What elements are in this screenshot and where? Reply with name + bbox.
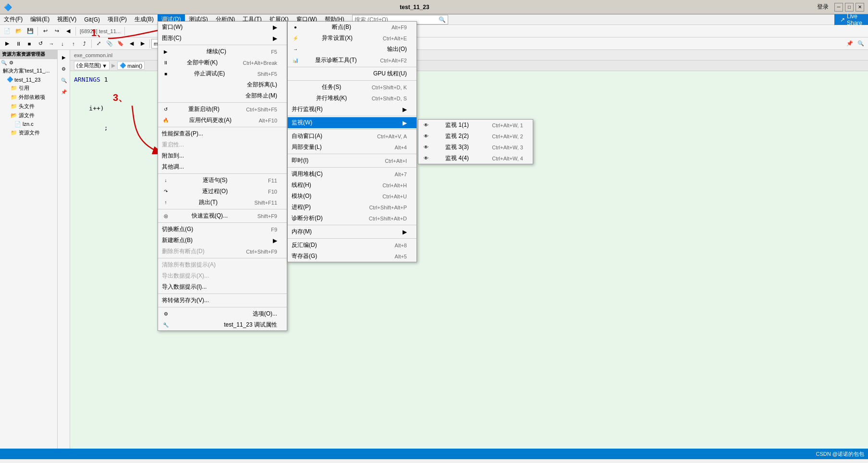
submenu-callstack[interactable]: 调用堆栈(C) Alt+7 bbox=[288, 169, 416, 180]
menu-continue[interactable]: ▶ 继续(C) F5 bbox=[158, 46, 287, 57]
window-submenu: ● 断点(B) Alt+F9 ⚡ 异常设置(X) Ctrl+Alt+E → 输出… bbox=[287, 21, 417, 262]
menu-break-all[interactable]: ⏸ 全部中断(K) Ctrl+Alt+Break bbox=[158, 57, 287, 68]
code-scope-dropdown[interactable]: (全局范围) ▼ bbox=[74, 61, 110, 70]
status-right-text: CSDN @诺诺的包包 bbox=[816, 451, 864, 458]
watch-4[interactable]: 👁 监视 4(4) Ctrl+Alt+W, 4 bbox=[418, 153, 533, 164]
debug-btn-10[interactable]: 📎 bbox=[104, 38, 115, 49]
watch-3[interactable]: 👁 监视 3(3) Ctrl+Alt+W, 3 bbox=[418, 142, 533, 153]
submenu-immediate[interactable]: 即时(I) Ctrl+Alt+I bbox=[288, 155, 416, 166]
menu-view[interactable]: 视图(V) bbox=[53, 14, 80, 24]
submenu-locals[interactable]: 局部变量(L) Alt+4 bbox=[288, 142, 416, 153]
menu-attach[interactable]: 附加到... bbox=[158, 150, 287, 161]
sidebar-item-lzn[interactable]: 📄 lzn.c bbox=[0, 120, 57, 128]
menu-other-debug[interactable]: 其他调... bbox=[158, 161, 287, 172]
menu-step-into[interactable]: ↓ 逐语句(S) F11 bbox=[158, 175, 287, 186]
menu-window-item[interactable]: 窗口(W) ▶ bbox=[158, 22, 287, 33]
submenu-parallel-stacks[interactable]: 并行堆栈(K) Ctrl+Shift+D, S bbox=[288, 93, 416, 104]
maximize-button[interactable]: □ bbox=[845, 3, 854, 12]
debug-btn-12[interactable]: ◀ bbox=[126, 38, 137, 49]
v-btn-2[interactable]: ⚙ bbox=[59, 63, 69, 74]
debug-btn-right-2[interactable]: 🔍 bbox=[856, 38, 866, 49]
toolbar-new[interactable]: 📄 bbox=[2, 26, 12, 37]
sidebar-item-external[interactable]: 📁 外部依赖项 bbox=[0, 93, 57, 102]
menu-step-out[interactable]: ↑ 跳出(T) Shift+F11 bbox=[158, 197, 287, 208]
submenu-autos[interactable]: 自动窗口(A) Ctrl+Alt+V, A bbox=[288, 131, 416, 142]
debug-btn-13[interactable]: ▶ bbox=[137, 38, 148, 49]
sep-9 bbox=[158, 307, 287, 307]
menu-stop-debug[interactable]: ■ 停止调试(E) Shift+F5 bbox=[158, 68, 287, 79]
submenu-diag-tools[interactable]: 📊 显示诊断工具(T) Ctrl+Alt+F2 bbox=[288, 55, 416, 66]
toolbar-save[interactable]: 💾 bbox=[25, 26, 36, 37]
submenu-registers[interactable]: 寄存器(G) Alt+5 bbox=[288, 251, 416, 262]
code-function-dropdown[interactable]: 🔷 main() bbox=[117, 61, 145, 70]
menu-terminate-all[interactable]: 全部终止(M) bbox=[158, 90, 287, 101]
menu-quick-watch[interactable]: ◎ 快速监视(Q)... Shift+F9 bbox=[158, 210, 287, 221]
submenu-exception-settings[interactable]: ⚡ 异常设置(X) Ctrl+Alt+E bbox=[288, 33, 416, 44]
menu-perf-profiler[interactable]: 性能探查器(P)... bbox=[158, 128, 287, 139]
watch-1[interactable]: 👁 监视 1(1) Ctrl+Alt+W, 1 bbox=[418, 120, 533, 131]
title-bar-left: 🔷 bbox=[4, 3, 12, 11]
toolbar-redo[interactable]: ↪ bbox=[51, 26, 62, 37]
menu-git[interactable]: Git(G) bbox=[80, 15, 104, 24]
submenu-output[interactable]: → 输出(O) bbox=[288, 44, 416, 55]
submenu-modules[interactable]: 模块(O) Ctrl+Alt+U bbox=[288, 191, 416, 202]
submenu-parallel-watch[interactable]: 并行监视(R) ▶ bbox=[288, 104, 416, 115]
watch2-icon: 👁 bbox=[422, 134, 430, 139]
toolbar-open[interactable]: 📂 bbox=[13, 26, 24, 37]
debug-btn-1[interactable]: ▶ bbox=[2, 38, 12, 49]
debug-restart[interactable]: ↺ bbox=[35, 38, 46, 49]
immediate-label: 即时(I) bbox=[292, 157, 308, 165]
menu-import-datatips[interactable]: 导入数据提示(I)... bbox=[158, 281, 287, 292]
submenu-processes[interactable]: 进程(P) Ctrl+Shift+Alt+P bbox=[288, 202, 416, 213]
submenu-tasks[interactable]: 任务(S) Ctrl+Shift+D, K bbox=[288, 82, 416, 93]
debug-btn-9[interactable]: ⤢ bbox=[93, 38, 104, 49]
sidebar-item-solution[interactable]: 解决方案'test_11_... bbox=[0, 66, 57, 75]
sidebar-icon-2[interactable]: ⚙ bbox=[9, 60, 13, 65]
submenu-watch[interactable]: 监视(W) ▶ bbox=[288, 117, 416, 128]
submenu-memory[interactable]: 内存(M) ▶ bbox=[288, 226, 416, 237]
submenu-gpu[interactable]: GPU 线程(U) bbox=[288, 68, 416, 79]
menu-project[interactable]: 项目(P) bbox=[104, 14, 131, 24]
menu-restart[interactable]: ↺ 重新启动(R) Ctrl+Shift+F5 bbox=[158, 104, 287, 115]
sidebar-item-project[interactable]: 🔷test_11_23 bbox=[0, 75, 57, 84]
debug-btn-2[interactable]: ⏸ bbox=[13, 38, 24, 49]
menu-new-bp[interactable]: 新建断点(B) ▶ bbox=[158, 235, 287, 246]
watch-2[interactable]: 👁 监视 2(2) Ctrl+Alt+W, 2 bbox=[418, 131, 533, 142]
debug-btn-8[interactable]: ⤴ bbox=[79, 38, 90, 49]
debug-stop[interactable]: ■ bbox=[24, 38, 35, 49]
live-share-button[interactable]: ↗ Live Share bbox=[834, 14, 868, 25]
debug-btn-11[interactable]: 🔖 bbox=[115, 38, 126, 49]
menu-graphics-item[interactable]: 图形(C) ▶ bbox=[158, 33, 287, 44]
sidebar-item-sources[interactable]: 📂 源文件 bbox=[0, 111, 57, 120]
menu-build[interactable]: 生成(B) bbox=[131, 14, 158, 24]
menu-file[interactable]: 文件(F) bbox=[0, 14, 26, 24]
submenu-threads[interactable]: 线程(H) Ctrl+Alt+H bbox=[288, 180, 416, 191]
debug-step-into[interactable]: → bbox=[46, 38, 57, 49]
v-btn-3[interactable]: 🔍 bbox=[59, 75, 69, 85]
sidebar-item-resources[interactable]: 📁 资源文件 bbox=[0, 128, 57, 137]
submenu-disassembly[interactable]: 反汇编(D) Alt+8 bbox=[288, 240, 416, 251]
submenu-diag-analysis[interactable]: 诊断分析(D) Ctrl+Shift+Alt+D bbox=[288, 213, 416, 224]
toolbar-undo[interactable]: ↩ bbox=[40, 26, 50, 37]
menu-step-over[interactable]: ↷ 逐过程(O) F10 bbox=[158, 186, 287, 197]
sidebar-item-references[interactable]: 📁 引用 bbox=[0, 84, 57, 93]
v-btn-4[interactable]: 📌 bbox=[59, 86, 69, 97]
menu-edit[interactable]: 编辑(E) bbox=[26, 14, 53, 24]
debug-btn-right-1[interactable]: 📌 bbox=[844, 38, 855, 49]
menu-detach-all[interactable]: 全部拆离(L) bbox=[158, 79, 287, 90]
minimize-button[interactable]: ─ bbox=[834, 3, 843, 12]
menu-debug-props[interactable]: 🔧 test_11_23 调试属性 bbox=[158, 319, 287, 330]
close-button[interactable]: ✕ bbox=[856, 3, 864, 12]
debug-step-over[interactable]: ↓ bbox=[57, 38, 68, 49]
sidebar-item-headers[interactable]: 📁 头文件 bbox=[0, 102, 57, 111]
submenu-breakpoints[interactable]: ● 断点(B) Alt+F9 bbox=[288, 22, 416, 33]
menu-toggle-bp[interactable]: 切换断点(G) F9 bbox=[158, 224, 287, 235]
menu-apply-code[interactable]: 🔥 应用代码更改(A) Alt+F10 bbox=[158, 115, 287, 126]
toolbar-back[interactable]: ◀ bbox=[63, 26, 73, 37]
menu-save-dump[interactable]: 将转储另存为(V)... bbox=[158, 295, 287, 306]
debug-step-out[interactable]: ↑ bbox=[68, 38, 79, 49]
login-button[interactable]: 登录 bbox=[817, 3, 829, 11]
menu-options[interactable]: ⚙ 选项(O)... bbox=[158, 308, 287, 319]
v-btn-1[interactable]: ▶ bbox=[59, 52, 69, 62]
sidebar-icon-1[interactable]: 🔍 bbox=[1, 60, 7, 65]
